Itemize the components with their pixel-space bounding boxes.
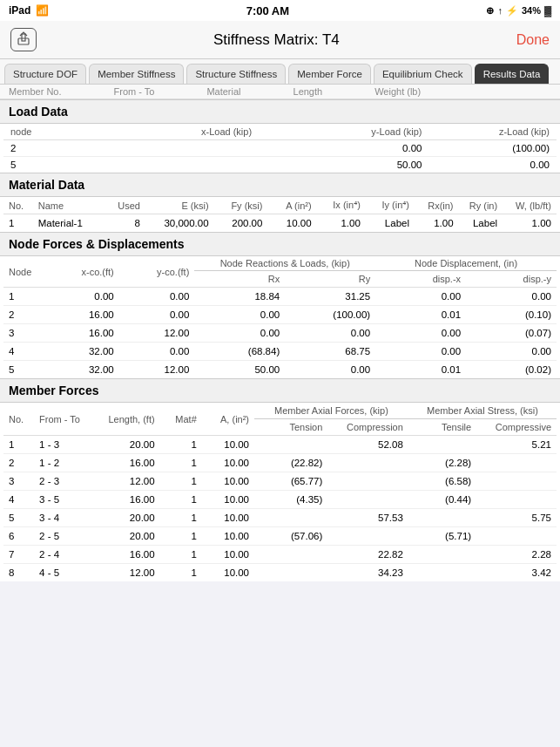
bluetooth-icon: ⚡ [506,5,518,17]
location-icon: ⊕ [486,5,494,17]
node-forces-table: Node x-co.(ft) y-co.(ft) Node Reactions … [3,256,557,378]
load-zload-1: (100.00) [428,140,557,157]
nf-col-rx: Rx [194,271,285,288]
load-data-table: node x-Load (kip) y-Load (kip) z-Load (k… [3,124,557,173]
load-data-title: Load Data [0,99,560,124]
col-node: node [3,124,89,140]
mat-col-ry: Ry (in) [459,197,503,214]
arrow-icon: ↑ [497,5,503,16]
load-row-2: 5 50.00 0.00 [3,157,557,173]
status-bar: iPad 📶 7:00 AM ⊕ ↑ ⚡ 34% ▓ [0,0,560,21]
header-title: Stiffness Matrix: T4 [213,31,340,49]
mat-col-e: E (ksi) [145,197,214,214]
battery-level: 34% [522,5,541,16]
node-row-4: 4 32.00 0.00 (68.84) 68.75 0.00 0.00 [3,343,557,361]
mat-col-ix: Ix (in⁴) [317,197,366,214]
done-button[interactable]: Done [516,32,550,48]
mat-col-fy: Fy (ksi) [214,197,268,214]
mf-col-no: No. [3,403,34,436]
status-left: iPad 📶 [9,4,49,17]
member-row-8: 8 4 - 5 12.00 1 10.00 34.23 3.42 [3,564,557,582]
wifi-icon: 📶 [36,4,49,17]
load-zload-2: 0.00 [428,157,557,173]
nf-col-node: Node [3,256,44,288]
mf-col-mat: Mat# [160,403,202,436]
mf-col-compression: Compression [327,419,408,436]
member-row-6: 6 2 - 5 20.00 1 10.00 (57.06) (5.71) [3,527,557,546]
node-row-3: 3 16.00 12.00 0.00 0.00 0.00 (0.07) [3,324,557,343]
material-data-title: Material Data [0,173,560,197]
tab-structure-stiffness[interactable]: Structure Stiffness [186,64,286,84]
nf-col-y: y-co.(ft) [119,256,195,288]
member-row-5: 5 3 - 4 20.00 1 10.00 57.53 5.75 [3,509,557,527]
load-data-section: Load Data node x-Load (kip) y-Load (kip)… [0,99,560,173]
mf-col-from-to: From - To [34,403,91,436]
header: Stiffness Matrix: T4 Done [0,21,560,59]
node-row-2: 2 16.00 0.00 0.00 (100.00) 0.01 (0.10) [3,306,557,324]
member-row-3: 3 2 - 3 12.00 1 10.00 (65.77) (6.58) [3,472,557,491]
member-row-4: 4 3 - 5 16.00 1 10.00 (4.35) (0.44) [3,491,557,509]
tab-bar: Structure DOF Member Stiffness Structure… [0,59,560,85]
material-data-table: No. Name Used E (ksi) Fy (ksi) A (in²) I… [3,197,557,232]
member-row-1: 1 1 - 3 20.00 1 10.00 52.08 5.21 [3,436,557,454]
tab-member-force[interactable]: Member Force [288,64,371,84]
mat-col-rx: Rx(in) [415,197,459,214]
mf-col-length: Length, (ft) [91,403,159,436]
status-right: ⊕ ↑ ⚡ 34% ▓ [486,5,551,17]
status-time: 7:00 AM [246,4,289,17]
nf-col-dy: disp.-y [466,271,557,288]
nf-group-reactions: Node Reactions & Loads, (kip) [194,256,375,271]
mat-col-no: No. [3,197,33,214]
nf-col-ry: Ry [285,271,375,288]
load-row-1: 2 0.00 (100.00) [3,140,557,157]
node-forces-section: Node Forces & Displacements Node x-co.(f… [0,232,560,378]
nf-col-dx: disp.-x [375,271,466,288]
battery-icon: ▓ [544,5,551,16]
member-forces-section: Member Forces No. From - To Length, (ft)… [0,378,560,581]
mf-group-axial-forces: Member Axial Forces, (kip) [254,403,408,419]
nf-col-x: x-co.(ft) [44,256,119,288]
mf-col-compressive: Compressive [476,419,557,436]
member-row-7: 7 2 - 4 16.00 1 10.00 22.82 2.28 [3,546,557,564]
mat-col-w: W, (lb/ft) [503,197,557,214]
mat-col-iy: Iy (in⁴) [366,197,415,214]
material-row-1: 1 Material-1 8 30,000.00 200.00 10.00 1.… [3,214,557,233]
mf-col-tension: Tension [254,419,327,436]
col-zload: z-Load (kip) [428,124,557,140]
node-row-5: 5 32.00 12.00 50.00 0.00 0.01 (0.02) [3,361,557,379]
member-forces-table: No. From - To Length, (ft) Mat# A, (in²)… [3,403,557,581]
share-button[interactable] [10,28,37,51]
mf-group-axial-stress: Member Axial Stress, (ksi) [408,403,557,419]
mat-col-used: Used [106,197,145,214]
node-forces-title: Node Forces & Displacements [0,232,560,256]
mat-col-a: A (in²) [267,197,316,214]
col-xload: x-Load (kip) [89,124,259,140]
mat-col-name: Name [33,197,106,214]
tab-structure-dof[interactable]: Structure DOF [4,64,86,84]
load-node-2: 5 [3,157,89,173]
tab-results-data[interactable]: Results Data [475,64,550,84]
load-node-1: 2 [3,140,89,157]
tab-member-stiffness[interactable]: Member Stiffness [89,64,184,84]
col-yload: y-Load (kip) [259,124,428,140]
mf-col-tensile: Tensile [408,419,476,436]
member-row-2: 2 1 - 2 16.00 1 10.00 (22.82) (2.28) [3,454,557,472]
mf-col-a: A, (in²) [202,403,254,436]
node-row-1: 1 0.00 0.00 18.84 31.25 0.00 0.00 [3,288,557,306]
nf-group-displacement: Node Displacement, (in) [375,256,557,271]
partial-header-row: Member No. From - To Material Length Wei… [0,85,560,99]
load-yload-2: 50.00 [259,157,428,173]
material-data-section: Material Data No. Name Used E (ksi) Fy (… [0,173,560,232]
tab-equilibrium-check[interactable]: Equilibrium Check [374,64,472,84]
ipad-label: iPad [9,4,30,17]
svg-rect-0 [22,34,25,41]
member-forces-title: Member Forces [0,378,560,403]
load-xload-1 [89,140,259,157]
main-content: Member No. From - To Material Length Wei… [0,85,560,581]
load-yload-1: 0.00 [259,140,428,157]
load-xload-2 [89,157,259,173]
